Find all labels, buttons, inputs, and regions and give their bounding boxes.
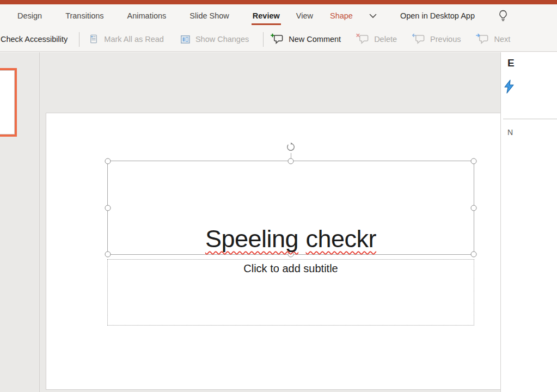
ribbon-tab-bar: Design Transitions Animations Slide Show… xyxy=(0,4,557,27)
editor-pane-divider xyxy=(503,119,557,119)
toolbar-divider xyxy=(79,32,79,47)
delete-comment-icon xyxy=(356,33,369,45)
slide-title-text[interactable]: Speelingcheckr xyxy=(108,224,474,254)
tab-review[interactable]: Review xyxy=(253,11,280,20)
editor-pane: E N xyxy=(500,52,557,392)
toolbar-divider xyxy=(263,32,264,47)
lightbulb-icon[interactable] xyxy=(498,10,508,22)
chevron-down-icon[interactable] xyxy=(369,14,377,19)
brand-strip xyxy=(0,0,557,4)
tab-design[interactable]: Design xyxy=(17,11,42,20)
tab-animations[interactable]: Animations xyxy=(127,11,167,20)
show-changes-label: Show Changes xyxy=(195,35,249,44)
mark-all-as-read-label: Mark All as Read xyxy=(104,35,164,44)
new-comment-button[interactable]: New Comment xyxy=(271,33,341,45)
review-ribbon-toolbar: Check Accessibility Mark All as Read xyxy=(0,27,557,52)
slide-editing-surface[interactable]: Speelingcheckr Click to add subtitle xyxy=(46,113,536,389)
rotate-handle[interactable] xyxy=(286,143,296,154)
slide-thumbnail-selected[interactable] xyxy=(0,68,17,137)
workspace: Speelingcheckr Click to add subtitle E N xyxy=(0,52,557,392)
delete-comment-button: Delete xyxy=(356,33,397,45)
tab-slide-show[interactable]: Slide Show xyxy=(189,11,229,20)
next-comment-label: Next xyxy=(494,35,510,44)
editor-pane-heading: E xyxy=(507,57,515,69)
subtitle-placeholder-text: Click to add subtitle xyxy=(243,262,338,275)
check-accessibility-button[interactable]: Check Accessibility xyxy=(1,35,68,44)
subtitle-placeholder[interactable]: Click to add subtitle xyxy=(107,259,474,326)
previous-comment-label: Previous xyxy=(430,35,461,44)
slide-thumbnail-panel xyxy=(0,52,40,392)
powerpoint-web-app: Design Transitions Animations Slide Show… xyxy=(0,0,557,392)
misspelled-word[interactable]: checkr xyxy=(306,225,377,253)
next-comment-icon xyxy=(476,33,489,45)
tab-transitions[interactable]: Transitions xyxy=(65,11,103,20)
misspelled-word[interactable]: Speeling xyxy=(205,225,298,253)
slide-canvas: Speelingcheckr Click to add subtitle xyxy=(40,52,541,392)
selection-handle-top-middle[interactable] xyxy=(288,158,294,164)
show-changes-icon xyxy=(180,34,191,45)
next-comment-button: Next xyxy=(476,33,510,45)
editor-pane-body-text: N xyxy=(507,128,513,137)
previous-comment-button: Previous xyxy=(412,33,461,45)
title-textbox-selected[interactable]: Speelingcheckr xyxy=(107,161,474,255)
check-accessibility-label: Check Accessibility xyxy=(1,35,68,44)
delete-comment-label: Delete xyxy=(374,35,397,44)
tab-view[interactable]: View xyxy=(296,11,313,20)
selection-handle-middle-right[interactable] xyxy=(471,205,477,211)
new-comment-label: New Comment xyxy=(289,35,341,44)
lightning-bolt-icon xyxy=(503,79,516,96)
previous-comment-icon xyxy=(412,33,425,45)
mark-all-as-read-icon xyxy=(88,34,99,45)
selection-handle-top-left[interactable] xyxy=(105,158,111,164)
mark-all-as-read-button: Mark All as Read xyxy=(88,34,164,45)
selection-handle-top-right[interactable] xyxy=(471,158,477,164)
show-changes-button: Show Changes xyxy=(180,34,249,45)
selection-handle-middle-left[interactable] xyxy=(105,205,111,211)
open-in-desktop-app-button[interactable]: Open in Desktop App xyxy=(400,11,475,20)
new-comment-icon xyxy=(271,33,284,45)
tab-shape[interactable]: Shape xyxy=(330,11,353,20)
